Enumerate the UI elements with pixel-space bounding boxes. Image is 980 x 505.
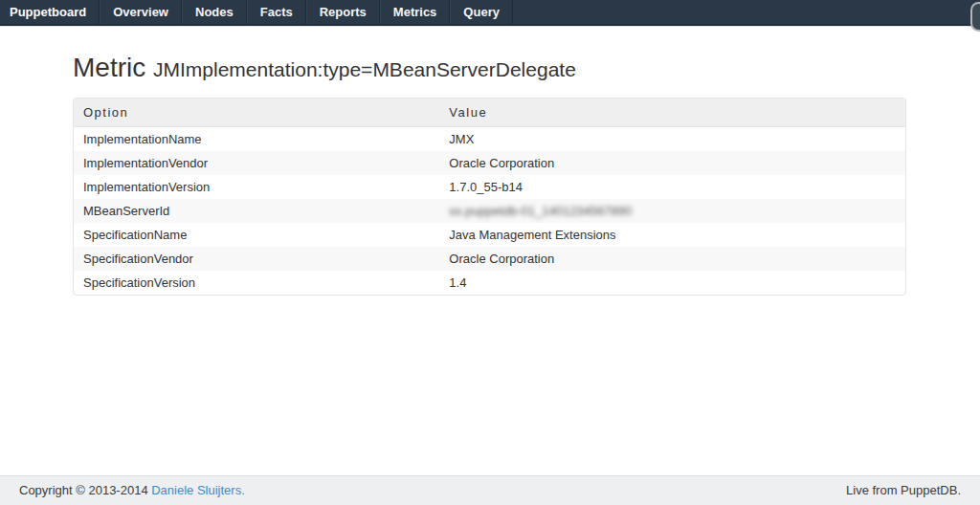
option-cell: SpecificationVersion: [74, 271, 439, 295]
table-row: MBeanServerIdxx.puppetdb-01_140123456789…: [74, 199, 905, 223]
page-title-metric-name: JMImplementation:type=MBeanServerDelegat…: [153, 58, 576, 80]
nav-item-overview[interactable]: Overview: [100, 0, 182, 24]
page-footer: Copyright © 2013-2014 Daniele Sluijters.…: [0, 475, 980, 505]
table-row: SpecificationNameJava Management Extensi…: [74, 223, 905, 247]
table-row: ImplementationVendorOracle Corporation: [74, 151, 905, 175]
option-cell: ImplementationVersion: [74, 175, 439, 199]
value-cell: 1.4: [439, 271, 905, 295]
value-cell: xx.puppetdb-01_1401234567890: [439, 199, 905, 223]
nav-item-metrics[interactable]: Metrics: [380, 0, 451, 24]
nav-item-facts[interactable]: Facts: [247, 0, 306, 24]
option-cell: SpecificationName: [74, 223, 439, 247]
metric-table: Option Value ImplementationNameJMXImplem…: [73, 98, 906, 296]
nav-item-nodes[interactable]: Nodes: [182, 0, 247, 24]
option-cell: MBeanServerId: [74, 199, 439, 223]
table-row: SpecificationVersion1.4: [74, 271, 905, 295]
value-cell: JMX: [439, 127, 905, 151]
value-cell: 1.7.0_55-b14: [439, 175, 905, 199]
navbar-brand-puppetboard[interactable]: Puppetboard: [0, 0, 100, 24]
page-title-metric: Metric: [73, 53, 145, 82]
table-row: SpecificationVendorOracle Corporation: [74, 247, 905, 271]
main-content: Metric JMImplementation:type=MBeanServer…: [0, 28, 980, 475]
value-cell: Oracle Corporation: [439, 151, 905, 175]
nav-item-query[interactable]: Query: [450, 0, 513, 24]
page-title: Metric JMImplementation:type=MBeanServer…: [73, 54, 906, 83]
footer-copyright: Copyright © 2013-2014 Daniele Sluijters.: [19, 476, 245, 505]
option-cell: ImplementationName: [74, 127, 439, 151]
table-row: ImplementationVersion1.7.0_55-b14: [74, 175, 905, 199]
top-navbar: Puppetboard Overview Nodes Facts Reports…: [0, 0, 980, 26]
option-cell: ImplementationVendor: [74, 151, 439, 175]
table-row: ImplementationNameJMX: [74, 127, 905, 151]
column-header-option: Option: [74, 99, 439, 127]
value-cell: Oracle Corporation: [439, 247, 905, 271]
footer-live-status: Live from PuppetDB.: [846, 476, 961, 505]
value-cell: Java Management Extensions: [439, 223, 905, 247]
footer-copyright-text: Copyright © 2013-2014: [19, 483, 151, 497]
nav-item-reports[interactable]: Reports: [306, 0, 380, 24]
scrollbar-thumb[interactable]: [970, 2, 980, 32]
column-header-value: Value: [439, 99, 905, 127]
footer-author-link[interactable]: Daniele Sluijters.: [151, 483, 245, 497]
option-cell: SpecificationVendor: [74, 247, 439, 271]
table-header-row: Option Value: [74, 99, 905, 127]
